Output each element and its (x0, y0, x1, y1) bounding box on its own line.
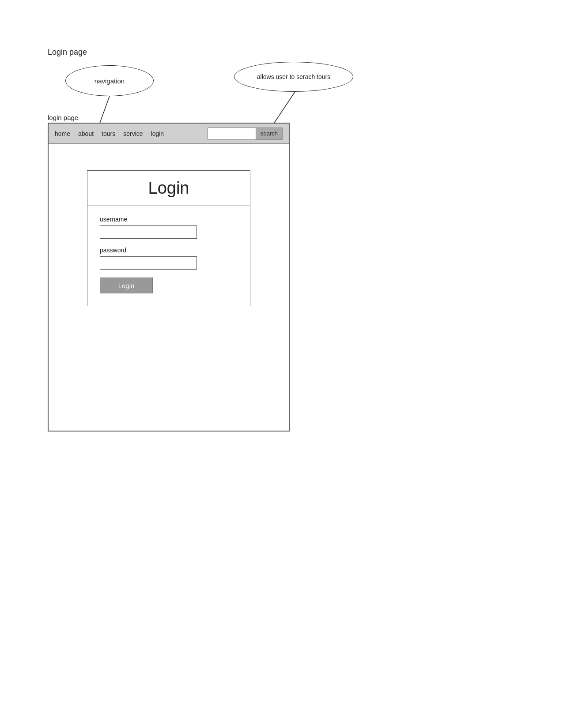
search-callout-label: allows user to serach tours (257, 73, 331, 80)
navbar: home about tours service login search (49, 124, 289, 144)
username-input[interactable] (100, 225, 197, 239)
nav-callout: navigation (65, 65, 154, 96)
login-submit-button[interactable]: Login (100, 278, 153, 293)
nav-about[interactable]: about (78, 130, 94, 137)
nav-login[interactable]: login (151, 130, 164, 137)
password-label: password (100, 247, 238, 254)
search-area: search (208, 128, 283, 140)
username-label: username (100, 216, 238, 223)
login-page-label: login page (48, 114, 78, 121)
login-card: Login username password Login (87, 170, 250, 306)
nav-home[interactable]: home (55, 130, 70, 137)
search-button[interactable]: search (256, 128, 283, 140)
search-input[interactable] (208, 128, 256, 140)
page-body: Login username password Login (49, 144, 289, 431)
nav-tours[interactable]: tours (102, 130, 115, 137)
nav-callout-label: navigation (94, 77, 125, 85)
page-title: Login page (48, 48, 87, 57)
browser-frame: home about tours service login search Lo… (48, 123, 290, 432)
login-card-body: username password Login (87, 206, 250, 306)
login-form-title: Login (96, 179, 241, 198)
password-input[interactable] (100, 256, 197, 270)
login-card-header: Login (87, 171, 250, 206)
search-callout: allows user to serach tours (234, 62, 353, 92)
nav-service[interactable]: service (123, 130, 143, 137)
